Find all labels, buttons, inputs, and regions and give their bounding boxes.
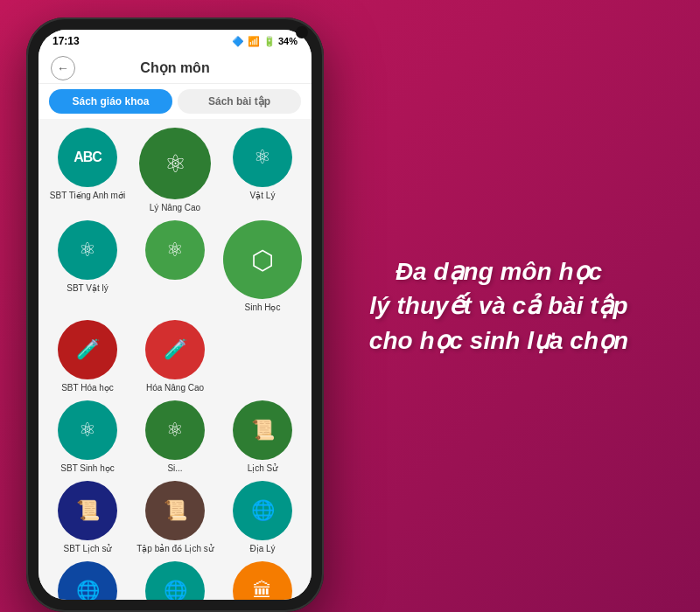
subject-vat-ly[interactable]: ⚛ Vật Lý [220,128,304,213]
atom-sinh-icon: ⚛ [79,419,96,442]
subject-hoa-nang-cao[interactable]: 🧪 Hóa Nâng Cao [133,320,217,393]
atom-green-icon: ⚛ [166,239,184,261]
page-title: Chọn môn [140,59,209,76]
subject-tap-ban-do-dia-ly[interactable]: 🌐 Tập bản đồ Địa lý [133,561,217,600]
subject-icon-sbt-sinh-hoc: ⚛ [58,400,117,460]
tab-bar: Sách giáo khoa Sách bài tập [38,84,312,119]
subject-label-vat-ly: Vật Lý [250,191,276,201]
subject-label-lich-su: Lịch Sử [248,463,278,474]
subject-dia-ly[interactable]: 🌐 Địa Lý [220,481,304,554]
tab-sach-giao-khoa[interactable]: Sách giáo khoa [49,89,172,114]
flask-hoa-icon: 🧪 [164,338,187,361]
subject-icon-placeholder [233,320,292,379]
atom-icon: ⚛ [164,150,186,178]
promo-line2: lý thuyết và cả bài tập [369,292,627,319]
camera-notch [296,26,308,38]
promo-section: Đa dạng môn học lý thuyết và cả bài tập … [298,237,700,375]
subject-label-tieng-anh: SBT Tiếng Anh mới [50,191,125,201]
subject-icon-sinh-hoc: ⬡ [223,220,302,299]
back-icon: ← [57,61,69,75]
atom-vat-ly-icon: ⚛ [254,146,271,169]
promo-line3: cho học sinh lựa chọn [369,327,628,354]
subject-icon-vat-ly: ⚛ [233,128,292,187]
subject-icon-empty-green: ⚛ [145,220,205,280]
abc-icon: ABC [74,150,102,165]
tab-sach-bai-tap[interactable]: Sách bài tập [178,89,301,114]
subject-lich-su[interactable]: 📜 Lịch Sử [220,400,304,474]
status-icons: 🔷 📶 🔋 34% [232,36,298,47]
history-icon: 📜 [251,419,275,442]
subject-label-sbt-hoa-hoc: SBT Hóa học [61,383,114,393]
subject-sinh-hoc[interactable]: ⬡ Sinh Học [220,220,304,313]
atom-sbt-vat-ly-icon: ⚛ [79,239,96,261]
phone-frame: 17:13 🔷 📶 🔋 34% ← Chọn môn Sách giáo kho… [26,17,324,612]
phone-screen: 17:13 🔷 📶 🔋 34% ← Chọn môn Sách giáo kho… [38,30,312,600]
subject-icon-sbt-vat-ly: ⚛ [58,220,117,280]
molecule-icon: ⬡ [251,245,274,275]
subject-label-sbt-sinh-hoc: SBT Sinh học [60,463,114,474]
subject-ly-nang-cao[interactable]: ⚛ Lý Nâng Cao [133,128,217,213]
subject-placeholder [220,320,304,393]
subject-sbt-lich-su[interactable]: 📜 SBT Lịch sử [46,481,130,554]
subject-sbt-sinh-hoc[interactable]: ⚛ SBT Sinh học [46,400,130,474]
promo-line1: Đa dạng môn học [396,258,602,285]
subject-icon-tap-ban-do-lich-su: 📜 [145,481,205,540]
globe-map-icon: 🌐 [164,580,187,600]
status-time: 17:13 [52,35,80,47]
map-lich-su-icon: 📜 [164,499,187,522]
subject-sbt-hoa-hoc[interactable]: 🧪 SBT Hóa học [46,320,130,393]
subject-si[interactable]: ⚛ Si... [133,400,217,474]
subject-icon-giao-duc-cong-dan: 🏛 [233,561,292,600]
subject-label-si: Si... [167,463,182,474]
atom-si-icon: ⚛ [166,419,184,442]
subject-label-sinh-hoc: Sinh Học [244,303,280,313]
phone-mockup: 17:13 🔷 📶 🔋 34% ← Chọn môn Sách giáo kho… [26,17,324,612]
subjects-grid: ABC SBT Tiếng Anh mới ⚛ Lý Nâng Cao ⚛ Vậ… [38,119,312,600]
subject-label-tap-ban-do-lich-su: Tập bản đồ Lịch sử [136,544,214,554]
subject-icon-sbt-lich-su: 📜 [58,481,117,540]
globe-dia-ly-icon: 🌐 [251,499,275,522]
subject-sbt-dia-ly[interactable]: 🌐 SBT Địa lý [46,561,130,600]
subject-icon-dia-ly: 🌐 [233,481,292,540]
subject-label-hoa-nang-cao: Hóa Nâng Cao [146,383,204,393]
subject-label-ly-nang-cao: Lý Nâng Cao [150,203,200,213]
subject-icon-tap-ban-do-dia-ly: 🌐 [145,561,205,600]
subject-icon-hoa-nang-cao: 🧪 [145,320,205,379]
subject-label-sbt-lich-su: SBT Lịch sử [64,544,112,554]
subject-icon-sbt-dia-ly: 🌐 [58,561,117,600]
subject-icon-tieng-anh: ABC [58,128,117,187]
status-bar: 17:13 🔷 📶 🔋 34% [38,30,312,52]
globe-sbt-icon: 🌐 [76,580,100,600]
history-sbt-icon: 📜 [76,499,100,522]
promo-text: Đa dạng môn học lý thuyết và cả bài tập … [369,254,628,358]
subject-tieng-anh[interactable]: ABC SBT Tiếng Anh mới [46,128,130,213]
top-bar: ← Chọn môn [38,52,312,84]
subject-icon-sbt-hoa-hoc: 🧪 [58,320,117,379]
subject-tap-ban-do-lich-su[interactable]: 📜 Tập bản đồ Lịch sử [133,481,217,554]
flask-sbt-icon: 🧪 [76,338,100,361]
subject-label-sbt-vat-ly: SBT Vật lý [66,283,108,294]
subject-icon-ly-nang-cao: ⚛ [139,128,211,199]
battery-icon: 🔋 34% [263,36,298,47]
subject-giao-duc-cong-dan[interactable]: 🏛 Giáo dục công dân [220,561,304,600]
subject-sbt-vat-ly[interactable]: ⚛ SBT Vật lý [46,220,130,313]
subject-icon-lich-su: 📜 [233,400,292,460]
bluetooth-icon: 🔷 [232,36,244,47]
subject-icon-si: ⚛ [145,400,205,460]
wifi-icon: 📶 [248,36,260,47]
subject-empty-green[interactable]: ⚛ [133,220,217,313]
subject-label-dia-ly: Địa Lý [249,544,275,554]
back-button[interactable]: ← [51,56,75,80]
city-icon: 🏛 [253,580,272,600]
